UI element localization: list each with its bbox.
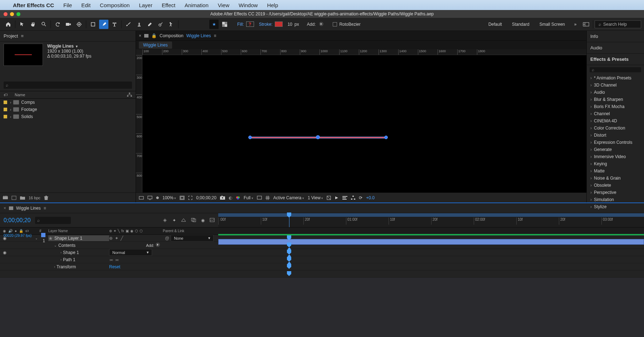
menu-view[interactable]: View [218, 2, 229, 8]
comp-thumbnail[interactable] [4, 44, 43, 66]
fast-preview-icon[interactable] [335, 196, 339, 200]
close-icon[interactable] [4, 12, 8, 16]
fill-swatch[interactable]: ? [246, 21, 254, 27]
fx-boris[interactable]: Boris FX Mocha [587, 103, 644, 110]
star-icon[interactable]: ★ [209, 20, 219, 29]
text-tool-icon[interactable] [110, 20, 119, 29]
rectangle-tool-icon[interactable] [88, 20, 98, 29]
layer-shape-1[interactable]: ◉ ›Shape 1 Normal▾ [0, 249, 644, 256]
breadcrumb-comp[interactable]: Wiggle Lines [186, 33, 211, 38]
vertex-handle[interactable] [248, 136, 252, 139]
path-option-icon[interactable]: ⫘ [115, 257, 119, 262]
name-column[interactable]: Name [15, 93, 25, 97]
stroke-width[interactable]: 10 [288, 22, 292, 27]
label-color[interactable] [41, 233, 45, 237]
fx-channel[interactable]: Channel [587, 110, 644, 117]
work-area-bar[interactable] [218, 234, 644, 235]
comp-dropdown-icon[interactable]: ▼ [75, 45, 78, 48]
menu-help[interactable]: Help [267, 2, 278, 8]
refresh-icon[interactable]: ⟳ [359, 195, 362, 200]
app-name[interactable]: After Effects CC [13, 2, 54, 8]
view-dropdown[interactable]: 1 View [308, 195, 323, 200]
menu-layer[interactable]: Layer [139, 2, 152, 8]
draft3d-icon[interactable]: ✦ [172, 218, 176, 223]
layer-transform[interactable]: ›Transform Reset [0, 263, 644, 270]
time-ruler[interactable]: :00f10f20f01:00f10f20f02:00f10f20f03:00f [218, 213, 644, 227]
folder-footage[interactable]: ›Footage [0, 106, 136, 113]
fx-immersive[interactable]: Immersive Video [587, 153, 644, 160]
fx-stylize[interactable]: Stylize [587, 203, 644, 210]
orbit-tool-icon[interactable] [53, 20, 62, 29]
vertex-handle[interactable] [384, 136, 388, 139]
home-icon[interactable] [4, 20, 13, 29]
twirl-icon[interactable]: ⌄ [54, 244, 57, 247]
grid-icon[interactable] [265, 196, 270, 200]
add-menu-icon[interactable] [318, 22, 323, 27]
bpc-button[interactable]: 16 bpc [29, 196, 40, 200]
workspace-standard[interactable]: Standard [507, 20, 535, 28]
fx-noise-grain[interactable]: Noise & Grain [587, 175, 644, 182]
eraser-tool-icon[interactable] [145, 20, 155, 29]
twirl-icon[interactable]: › [60, 258, 62, 262]
new-folder-icon[interactable] [20, 196, 25, 200]
transparency-icon[interactable] [220, 20, 229, 29]
twirl-icon[interactable]: › [54, 265, 55, 269]
interpret-footage-icon[interactable] [3, 196, 8, 200]
layer-duration-bar[interactable] [218, 239, 644, 245]
menu-file[interactable]: File [63, 2, 72, 8]
pixel-ratio-icon[interactable] [327, 196, 331, 200]
blend-mode-dropdown[interactable]: Normal▾ [109, 249, 152, 256]
folder-solids[interactable]: ›Solids [0, 113, 136, 120]
frame-blend-icon[interactable] [191, 218, 196, 223]
stroke-swatch[interactable] [275, 21, 283, 27]
twirl-icon[interactable]: › [60, 251, 62, 254]
tag-column-icon[interactable]: 🏷 [4, 93, 8, 97]
layer-path-1[interactable]: ›Path 1 ⫘⫘ [0, 256, 644, 263]
flowchart-icon[interactable] [351, 196, 355, 200]
resolution-dropdown[interactable]: Full [244, 195, 253, 200]
reset-button[interactable]: Reset [109, 264, 120, 269]
project-search-input[interactable]: ⌕ [4, 82, 132, 89]
comp-mini-flowchart-icon[interactable] [162, 218, 167, 223]
snapshot-icon[interactable] [220, 196, 225, 200]
pickwhip-icon[interactable]: @ [165, 236, 169, 241]
playhead[interactable] [289, 215, 289, 227]
workspace-overflow-icon[interactable]: » [571, 20, 580, 29]
display-icon[interactable] [147, 196, 152, 200]
timeline-search-input[interactable]: ⌕ [35, 217, 71, 224]
menu-effect[interactable]: Effect [162, 2, 175, 8]
info-panel-tab[interactable]: Info [587, 31, 644, 42]
canvas[interactable] [142, 55, 586, 192]
pan-behind-tool-icon[interactable] [74, 20, 84, 29]
stroke-label[interactable]: Stroke: [259, 22, 273, 27]
twirl-icon[interactable]: ⌄ [35, 236, 38, 240]
minimize-icon[interactable] [10, 12, 14, 16]
lock-icon[interactable]: 🔒 [151, 33, 157, 38]
new-comp-icon[interactable] [11, 196, 16, 200]
fx-generate[interactable]: Generate [587, 146, 644, 153]
composition-viewer[interactable]: 1002003004005006007008009001000110012001… [136, 49, 586, 192]
clone-stamp-tool-icon[interactable] [135, 20, 144, 29]
path-edit-icon[interactable]: ⫘ [109, 257, 113, 262]
menu-composition[interactable]: Composition [100, 2, 130, 8]
parent-dropdown[interactable]: None▾ [171, 235, 214, 241]
comp-tab[interactable]: Wiggle Lines [139, 41, 172, 49]
fx-obsolete[interactable]: Obsolete [587, 182, 644, 189]
zoom-tool-icon[interactable] [39, 20, 48, 29]
timeline-icon[interactable] [342, 196, 347, 200]
fx-color-correction[interactable]: Color Correction [587, 124, 644, 132]
resolution-icon[interactable] [180, 196, 185, 200]
pen-tool-icon[interactable] [99, 20, 108, 29]
fx-matte[interactable]: Matte [587, 167, 644, 175]
shy-icon[interactable] [181, 218, 186, 223]
puppet-tool-icon[interactable] [167, 20, 176, 29]
trash-icon[interactable] [44, 195, 48, 200]
add-contents-button[interactable]: Add: [146, 243, 160, 248]
close-tab-icon[interactable]: × [4, 206, 6, 211]
folder-comps[interactable]: ›Comps [0, 99, 136, 106]
fx-expression[interactable]: Expression Controls [587, 139, 644, 146]
menu-window[interactable]: Window [239, 2, 258, 8]
workspace-default[interactable]: Default [483, 20, 507, 28]
rotobezier-checkbox[interactable] [333, 22, 337, 26]
fx-cinema4d[interactable]: CINEMA 4D [587, 117, 644, 124]
